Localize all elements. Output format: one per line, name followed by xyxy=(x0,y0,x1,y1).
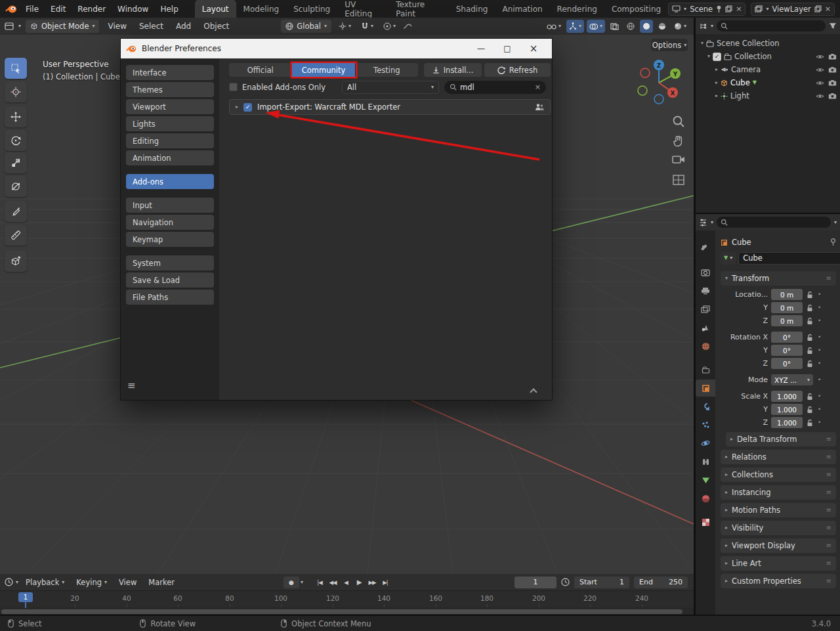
clear-search-icon[interactable]: × xyxy=(535,83,541,91)
enabled-addons-only-checkbox[interactable] xyxy=(229,83,238,91)
panel-grip-icon[interactable]: ≡ xyxy=(826,471,831,478)
object-name-input[interactable] xyxy=(738,252,840,265)
timeline-scrollbar[interactable] xyxy=(1,609,682,614)
outliner-row-light[interactable]: ▸ Light xyxy=(696,89,840,102)
current-frame-marker[interactable]: 1 xyxy=(18,592,33,602)
chevron-down-icon[interactable]: ▾ xyxy=(301,580,303,585)
prev-keyframe-button[interactable]: ◀◀ xyxy=(327,577,339,588)
timeline-scroll-track[interactable] xyxy=(0,609,694,615)
hide-viewport-eye-icon[interactable] xyxy=(816,54,824,60)
panel-grip-icon[interactable]: ≡ xyxy=(826,454,831,460)
jump-to-end-button[interactable]: ▶| xyxy=(379,577,391,588)
tab-texture[interactable] xyxy=(696,513,715,531)
animate-dot[interactable]: • xyxy=(818,360,821,366)
animate-dot[interactable]: • xyxy=(818,393,821,399)
addon-search-field[interactable]: × xyxy=(444,81,546,94)
nav-editing[interactable]: Editing xyxy=(126,133,214,148)
addon-search-input[interactable] xyxy=(460,83,519,92)
tab-particles[interactable] xyxy=(696,416,715,433)
disable-render-camera-icon[interactable] xyxy=(828,66,837,73)
expand-icon[interactable]: ▸ xyxy=(236,104,238,110)
animate-dot[interactable]: • xyxy=(818,406,821,412)
section-viewport-display[interactable]: ▸Viewport Display≡ xyxy=(721,538,836,553)
play-button[interactable]: ▶ xyxy=(353,577,365,588)
install-addon-button[interactable]: Install... xyxy=(424,63,482,77)
hide-viewport-eye-icon[interactable] xyxy=(816,67,824,73)
disclosure-icon[interactable]: ▸ xyxy=(715,80,718,85)
lock-icon[interactable] xyxy=(807,419,813,427)
orientation-dropdown[interactable]: Global ▾ xyxy=(281,20,331,33)
workspace-tab-uv-editing[interactable]: UV Editing xyxy=(337,0,388,18)
shading-solid-button[interactable] xyxy=(640,20,653,33)
disclosure-icon[interactable]: ▾ xyxy=(707,54,710,59)
animate-dot[interactable]: • xyxy=(818,318,821,324)
outliner-row-camera[interactable]: ▸ Camera xyxy=(696,63,840,76)
tool-transform[interactable] xyxy=(5,176,27,197)
nav-file-paths[interactable]: File Paths xyxy=(126,290,214,305)
lock-icon[interactable] xyxy=(807,304,813,312)
tab-testing[interactable]: Testing xyxy=(356,63,418,77)
workspace-tab-sculpting[interactable]: Sculpting xyxy=(286,0,337,18)
tool-annotate[interactable] xyxy=(5,201,27,222)
animate-dot[interactable]: • xyxy=(818,305,821,311)
menu-playback[interactable]: Playback▾ xyxy=(21,578,69,587)
jump-to-start-button[interactable]: |◀ xyxy=(314,577,326,588)
tab-object[interactable] xyxy=(696,380,715,397)
show-overlays-button[interactable]: ▾ xyxy=(587,20,605,33)
tab-object-data[interactable] xyxy=(696,471,715,489)
options-dropdown[interactable]: Options ▾ xyxy=(651,39,688,51)
lock-icon[interactable] xyxy=(807,360,813,368)
workspace-tab-animation[interactable]: Animation xyxy=(495,0,549,18)
gizmo-y-label[interactable]: Y xyxy=(673,71,678,77)
zoom-icon[interactable] xyxy=(672,115,686,129)
outliner-row-collection[interactable]: ▾ ✓ Collection xyxy=(696,50,840,63)
nav-keymap[interactable]: Keymap xyxy=(126,232,214,247)
shading-material-button[interactable] xyxy=(656,20,669,33)
nav-interface[interactable]: Interface xyxy=(126,65,214,80)
menu-edit[interactable]: Edit xyxy=(45,0,72,18)
section-instancing[interactable]: ▸Instancing≡ xyxy=(721,485,836,500)
navigation-gizmo[interactable]: Z Y X xyxy=(634,57,684,107)
nav-viewport[interactable]: Viewport xyxy=(126,99,214,114)
preferences-titlebar[interactable]: Blender Preferences — □ × xyxy=(121,39,552,58)
menu-view[interactable]: View xyxy=(104,22,130,31)
outliner-search-input[interactable] xyxy=(717,20,826,32)
show-gizmo-button[interactable]: ▾ xyxy=(566,20,584,33)
outliner-row-cube[interactable]: ▸ Cube ▼ xyxy=(696,76,840,89)
nav-save-load[interactable]: Save & Load xyxy=(126,272,214,288)
blender-logo-icon[interactable] xyxy=(5,5,17,14)
panel-grip-icon[interactable]: ≡ xyxy=(826,436,831,443)
minimize-button[interactable]: — xyxy=(468,39,494,58)
tool-measure[interactable] xyxy=(5,225,27,246)
menu-view[interactable]: View xyxy=(114,578,141,587)
section-visibility[interactable]: ▸Visibility≡ xyxy=(721,521,836,535)
workspace-tab-shading[interactable]: Shading xyxy=(449,0,495,18)
new-copy-icon[interactable] xyxy=(725,5,732,12)
lock-icon[interactable] xyxy=(807,291,813,299)
nav-animation[interactable]: Animation xyxy=(126,150,214,165)
auto-keying-button[interactable]: ● xyxy=(284,577,299,588)
tool-scale[interactable] xyxy=(5,152,27,173)
menu-add[interactable]: Add xyxy=(172,22,195,31)
rotation-mode-dropdown[interactable]: XYZ ... ▾ xyxy=(771,374,813,385)
panel-grip-icon[interactable]: ≡ xyxy=(826,542,831,549)
disclosure-icon[interactable]: ▾ xyxy=(701,41,704,46)
lock-icon[interactable] xyxy=(807,334,813,341)
editor-type-icon[interactable] xyxy=(5,22,14,30)
workspace-tab-modeling[interactable]: Modeling xyxy=(236,0,287,18)
tab-world[interactable] xyxy=(696,337,715,355)
viewlayer-selector[interactable]: ▾ ViewLayer × xyxy=(751,3,835,16)
panel-grip-icon[interactable]: ≡ xyxy=(826,578,831,584)
pan-hand-icon[interactable] xyxy=(672,135,686,149)
workspace-tab-rendering[interactable]: Rendering xyxy=(550,0,604,18)
menu-help[interactable]: Help xyxy=(154,0,184,18)
close-button[interactable]: × xyxy=(520,39,547,58)
pin-icon[interactable] xyxy=(830,238,836,246)
panel-grip-icon[interactable]: ≡ xyxy=(826,507,831,513)
tool-move[interactable] xyxy=(5,106,27,127)
disclosure-icon[interactable]: ▸ xyxy=(715,93,718,98)
scale-z-field[interactable]: 1.000 xyxy=(771,417,803,428)
menu-render[interactable]: Render xyxy=(72,0,112,18)
chevron-down-icon[interactable]: ▾ xyxy=(834,220,837,225)
properties-editor-icon[interactable] xyxy=(699,219,707,227)
